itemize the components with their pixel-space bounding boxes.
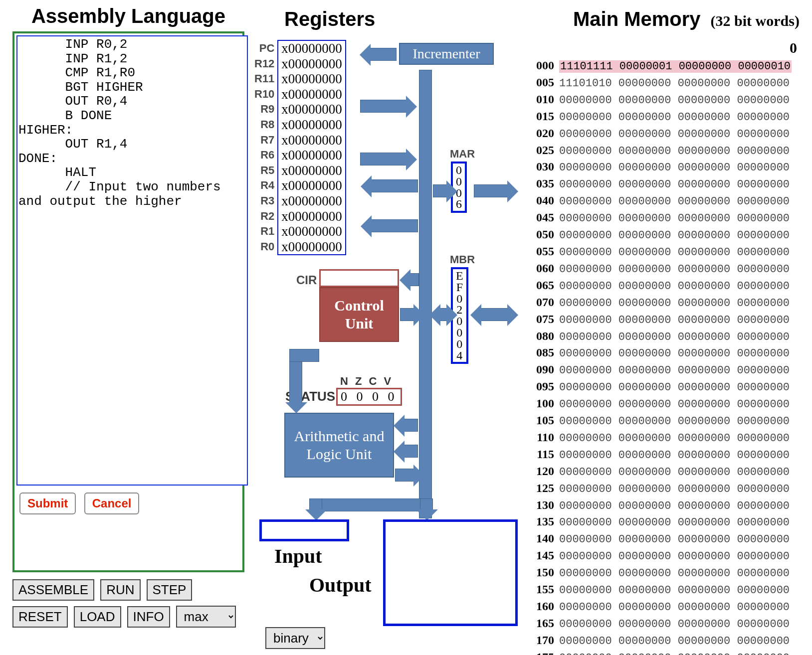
memory-addr: 055 — [533, 243, 559, 260]
memory-value: 00000000 00000000 00000000 00000000 — [559, 584, 790, 597]
memory-row: 02500000000 00000000 00000000 00000000 — [533, 142, 812, 159]
memory-row: 08000000000 00000000 00000000 00000000 — [533, 328, 812, 345]
speed-select[interactable]: max — [176, 606, 236, 628]
input-box[interactable] — [259, 519, 349, 541]
memory-value: 00000000 00000000 00000000 00000000 — [559, 618, 790, 631]
register-label-r7: R7 — [260, 133, 274, 148]
arrow-mbr-mem — [480, 308, 509, 321]
memory-addr: 175 — [533, 649, 559, 655]
memory-row: 05000000000 00000000 00000000 00000000 — [533, 226, 812, 243]
register-value-r4: x00000000 — [281, 178, 342, 193]
memory-addr: 020 — [533, 125, 559, 142]
memory-addr: 070 — [533, 294, 559, 311]
format-select[interactable]: binary — [265, 627, 325, 649]
reset-button[interactable]: RESET — [12, 606, 68, 628]
memory-row: 07000000000 00000000 00000000 00000000 — [533, 294, 812, 311]
memory-addr: 050 — [533, 226, 559, 243]
register-value-r9: x00000000 — [281, 102, 342, 117]
arrow-mar-to-mem — [474, 184, 509, 197]
register-value-r5: x00000000 — [281, 163, 342, 178]
register-file: PCR12R11R10R9R8R7R6R5R4R3R2R1R0 x0000000… — [254, 40, 346, 255]
memory-addr: 085 — [533, 344, 559, 361]
load-button[interactable]: LOAD — [74, 606, 121, 628]
memory-addr: 025 — [533, 142, 559, 159]
register-label-r2: R2 — [260, 209, 274, 224]
incrementer-box: Incrementer — [399, 43, 494, 65]
memory-value: 00000000 00000000 00000000 00000000 — [559, 652, 790, 655]
arrow-reg-out-1 — [360, 100, 407, 113]
memory-value: 00000000 00000000 00000000 00000000 — [559, 500, 790, 512]
memory-row: 03000000000 00000000 00000000 00000000 — [533, 159, 812, 175]
memory-value: 00000000 00000000 00000000 00000000 — [559, 550, 790, 563]
cancel-button[interactable]: Cancel — [84, 492, 140, 514]
assemble-button[interactable]: ASSEMBLE — [12, 579, 94, 601]
arrow-cu-elbow — [289, 349, 319, 362]
bus-spine — [419, 70, 432, 518]
register-label-r1: R1 — [260, 224, 274, 239]
memory-value: 00000000 00000000 00000000 00000000 — [559, 415, 790, 428]
arrow-bus-to-cir — [409, 273, 419, 286]
memory-addr: 060 — [533, 260, 559, 277]
arrow-reg-in-1 — [370, 179, 418, 192]
memory-row: 00011101111 00000001 00000000 00000010 — [533, 57, 812, 74]
arrow-reg-out-2 — [360, 153, 407, 165]
register-label-r4: R4 — [260, 178, 274, 193]
memory-row: 06500000000 00000000 00000000 00000000 — [533, 277, 812, 294]
register-value-r10: x00000000 — [281, 87, 342, 102]
memory-addr: 120 — [533, 463, 559, 480]
memory-addr: 130 — [533, 497, 559, 513]
register-label-r6: R6 — [260, 148, 274, 163]
memory-value: 00000000 00000000 00000000 00000000 — [559, 533, 790, 546]
register-value-r3: x00000000 — [281, 193, 342, 209]
registers-title: Registers — [284, 8, 533, 30]
memory-row: 11500000000 00000000 00000000 00000000 — [533, 446, 812, 463]
arrow-to-output — [420, 498, 433, 511]
memory-addr: 115 — [533, 446, 559, 463]
memory-row: 07500000000 00000000 00000000 00000000 — [533, 311, 812, 328]
memory-value: 00000000 00000000 00000000 00000000 — [559, 364, 790, 377]
memory-row: 02000000000 00000000 00000000 00000000 — [533, 125, 812, 142]
register-label-r0: R0 — [260, 239, 274, 255]
step-button[interactable]: STEP — [147, 579, 193, 601]
memory-row: 12000000000 00000000 00000000 00000000 — [533, 463, 812, 480]
memory-value: 00000000 00000000 00000000 00000000 — [559, 398, 790, 411]
memory-value: 00000000 00000000 00000000 00000000 — [559, 449, 790, 462]
register-label-r9: R9 — [260, 102, 274, 117]
memory-value: 00000000 00000000 00000000 00000000 — [559, 331, 790, 343]
memory-addr: 045 — [533, 209, 559, 226]
mbr-label: MBR — [450, 253, 475, 266]
memory-addr: 005 — [533, 74, 559, 91]
memory-row: 09000000000 00000000 00000000 00000000 — [533, 361, 812, 378]
arrow-incrementer-to-pc — [369, 48, 397, 61]
memory-row: 10500000000 00000000 00000000 00000000 — [533, 412, 812, 429]
memory-row: 14000000000 00000000 00000000 00000000 — [533, 530, 812, 547]
memory-addr: 090 — [533, 361, 559, 378]
memory-value: 00000000 00000000 00000000 00000000 — [559, 94, 790, 107]
memory-value: 00000000 00000000 00000000 00000000 — [559, 162, 790, 174]
memory-value: 00000000 00000000 00000000 00000000 — [559, 347, 790, 360]
info-button[interactable]: INFO — [127, 606, 170, 628]
memory-row: 17000000000 00000000 00000000 00000000 — [533, 632, 812, 649]
memory-row: 08500000000 00000000 00000000 00000000 — [533, 344, 812, 361]
code-editor[interactable] — [16, 35, 248, 486]
memory-addr: 030 — [533, 159, 559, 175]
memory-row: 15500000000 00000000 00000000 00000000 — [533, 581, 812, 598]
memory-value: 00000000 00000000 00000000 00000000 — [559, 381, 790, 394]
memory-row: 06000000000 00000000 00000000 00000000 — [533, 260, 812, 277]
register-values: x00000000x00000000x00000000x00000000x000… — [277, 40, 346, 255]
assembly-title: Assembly Language — [12, 5, 244, 27]
arrow-alu-to-bus — [395, 469, 415, 482]
memory-addr: 080 — [533, 328, 559, 344]
memory-value: 11101010 00000000 00000000 00000000 — [559, 77, 790, 90]
cir-label: CIR — [296, 273, 317, 287]
register-value-r1: x00000000 — [281, 224, 342, 239]
memory-addr: 165 — [533, 615, 559, 632]
submit-button[interactable]: Submit — [19, 492, 76, 514]
memory-addr: 125 — [533, 480, 559, 496]
memory-row: 04000000000 00000000 00000000 00000000 — [533, 192, 812, 209]
memory-addr: 160 — [533, 598, 559, 615]
memory-row: 13500000000 00000000 00000000 00000000 — [533, 513, 812, 530]
arrow-bus-mbr — [439, 308, 448, 321]
run-button[interactable]: RUN — [100, 579, 140, 601]
memory-subtitle: (32 bit words) — [711, 12, 800, 29]
